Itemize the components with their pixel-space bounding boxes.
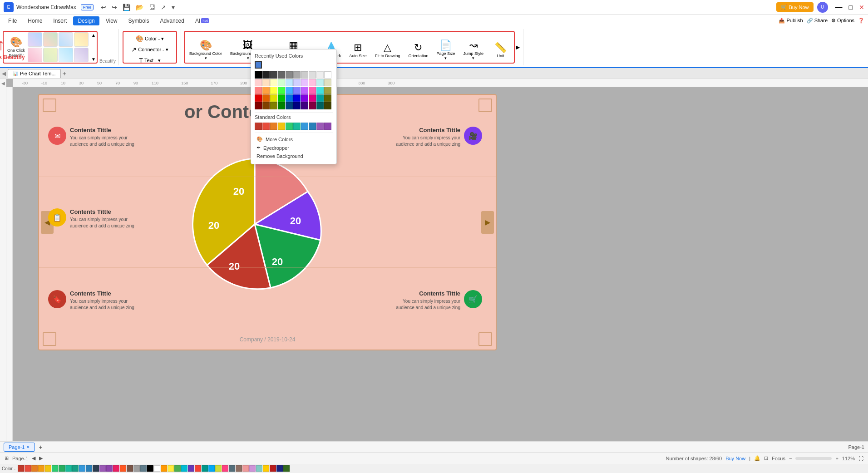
- bar-swatch-31[interactable]: [222, 465, 228, 472]
- bar-swatch-12[interactable]: [93, 465, 99, 472]
- buy-now-status[interactable]: Buy Now: [725, 456, 745, 461]
- swatch-444[interactable]: [270, 71, 277, 79]
- menu-file[interactable]: File: [4, 16, 21, 25]
- bar-swatch-40[interactable]: [283, 465, 290, 472]
- std-2[interactable]: [262, 123, 270, 130]
- sw-d2[interactable]: [262, 102, 270, 109]
- sw-b7[interactable]: [301, 87, 308, 94]
- more-colors-item[interactable]: 🎨 More Colors: [255, 135, 333, 143]
- sw-d4[interactable]: [278, 102, 285, 109]
- fit-to-drawing-btn[interactable]: △ Fit to Drawing: [371, 33, 404, 67]
- swatch-black[interactable]: [255, 71, 262, 79]
- preset-2[interactable]: [43, 32, 58, 47]
- sw-c8[interactable]: [309, 94, 316, 102]
- bar-swatch-34[interactable]: [242, 465, 249, 472]
- bar-swatch-9[interactable]: [72, 465, 79, 472]
- sw-b4[interactable]: [278, 87, 285, 94]
- share-icon[interactable]: ↗: [159, 3, 168, 12]
- options-action[interactable]: ⚙ Options: [831, 18, 854, 24]
- background-color-btn[interactable]: 🎨 Background Color ▾: [186, 33, 226, 67]
- beautify-down[interactable]: ▼: [91, 57, 96, 62]
- remove-background-item[interactable]: Remove Background: [255, 152, 333, 160]
- bar-swatch-37[interactable]: [263, 465, 269, 472]
- sw-c7[interactable]: [301, 94, 308, 102]
- preset-7[interactable]: [59, 48, 73, 62]
- share-action[interactable]: 🔗 Share: [807, 18, 828, 24]
- bar-swatch-27[interactable]: [195, 465, 201, 472]
- unit-btn[interactable]: 📏 Unit: [488, 33, 513, 67]
- sw-b8[interactable]: [309, 87, 316, 94]
- close-button[interactable]: ✕: [859, 4, 864, 11]
- publish-icon[interactable]: 📤 Publish: [779, 18, 803, 24]
- zoom-in[interactable]: +: [835, 456, 838, 461]
- std-6[interactable]: [293, 123, 301, 130]
- bar-swatch-36[interactable]: [256, 465, 262, 472]
- bar-swatch-23[interactable]: [168, 465, 174, 472]
- bar-swatch-11[interactable]: [86, 465, 92, 472]
- fit-icon[interactable]: ⊡: [764, 455, 768, 461]
- swatch-eee[interactable]: [316, 71, 324, 79]
- bar-swatch-28[interactable]: [202, 465, 208, 472]
- beautify-up[interactable]: ▲: [91, 33, 96, 38]
- std-5[interactable]: [286, 123, 293, 130]
- bar-swatch-39[interactable]: [276, 465, 283, 472]
- swatch-white[interactable]: [324, 71, 331, 79]
- bar-swatch-17[interactable]: [127, 465, 133, 472]
- bar-swatch-18[interactable]: [133, 465, 140, 472]
- sw-r5[interactable]: [286, 79, 293, 86]
- sw-d10[interactable]: [324, 102, 331, 109]
- bar-swatch-5[interactable]: [45, 465, 51, 472]
- menu-insert[interactable]: Insert: [49, 16, 71, 25]
- bar-swatch-7[interactable]: [59, 465, 65, 472]
- jump-style-btn[interactable]: ↝ Jump Style ▾: [459, 33, 487, 67]
- bar-swatch-13[interactable]: [99, 465, 106, 472]
- sw-c9[interactable]: [316, 94, 324, 102]
- std-4[interactable]: [278, 123, 285, 130]
- minimize-button[interactable]: —: [835, 3, 843, 11]
- sw-d1[interactable]: [255, 102, 262, 109]
- std-3[interactable]: [270, 123, 277, 130]
- save2-icon[interactable]: 🖫: [147, 3, 157, 12]
- sw-d8[interactable]: [309, 102, 316, 109]
- sw-d3[interactable]: [270, 102, 277, 109]
- sw-d9[interactable]: [316, 102, 324, 109]
- sw-r7[interactable]: [301, 79, 308, 86]
- connector-btn[interactable]: ↗ Connector - ▾: [128, 44, 171, 54]
- sw-r4[interactable]: [278, 79, 285, 86]
- redo-icon[interactable]: ↪: [110, 3, 119, 12]
- bar-swatch-3[interactable]: [31, 465, 38, 472]
- swatch-222[interactable]: [262, 71, 270, 79]
- more-icon[interactable]: ▾: [170, 3, 177, 12]
- help-action[interactable]: ❓: [858, 18, 864, 24]
- menu-home[interactable]: Home: [23, 16, 47, 25]
- sw-r2[interactable]: [262, 79, 270, 86]
- sw-c4[interactable]: [278, 94, 285, 102]
- tabs-left-arrow[interactable]: ◀: [2, 70, 6, 77]
- sw-b3[interactable]: [270, 87, 277, 94]
- bar-swatch-25[interactable]: [181, 465, 187, 472]
- sw-b5[interactable]: [286, 87, 293, 94]
- bar-swatch-4[interactable]: [38, 465, 44, 472]
- add-page-button[interactable]: +: [39, 443, 42, 451]
- recent-color-1[interactable]: [255, 61, 262, 69]
- bar-swatch-10[interactable]: [79, 465, 85, 472]
- sw-r8[interactable]: [309, 79, 316, 86]
- sw-c1[interactable]: [255, 94, 262, 102]
- ribbon-scroll-right[interactable]: ▶: [516, 30, 521, 64]
- page-size-btn[interactable]: 📄 Page Size ▾: [433, 33, 459, 67]
- sw-c5[interactable]: [286, 94, 293, 102]
- swatch-666[interactable]: [278, 71, 285, 79]
- page-tab-1[interactable]: Page-1 ✕: [4, 443, 35, 452]
- menu-view[interactable]: View: [101, 16, 122, 25]
- preset-8[interactable]: [74, 48, 89, 62]
- fullscreen-icon[interactable]: ⛶: [858, 456, 863, 461]
- preset-3[interactable]: [59, 32, 73, 47]
- add-tab-button[interactable]: +: [63, 70, 66, 77]
- bar-swatch-30[interactable]: [215, 465, 222, 472]
- sw-r1[interactable]: [255, 79, 262, 86]
- sw-c6[interactable]: [293, 94, 301, 102]
- zoom-slider[interactable]: [795, 457, 832, 460]
- eyedropper-item[interactable]: ✒ Eyedropper: [255, 143, 333, 152]
- sw-d7[interactable]: [301, 102, 308, 109]
- layout-icon[interactable]: ⊞: [5, 455, 9, 461]
